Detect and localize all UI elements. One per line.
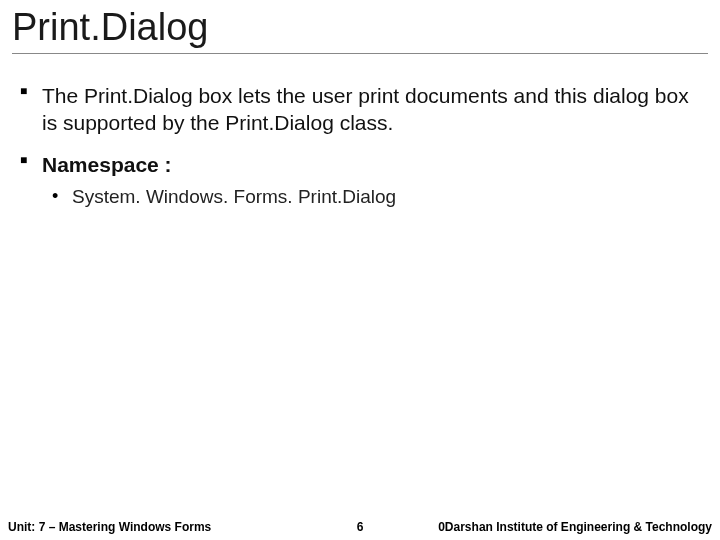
bullet-item: The Print.Dialog box lets the user print…	[18, 82, 702, 137]
slide: Print.Dialog The Print.Dialog box lets t…	[0, 0, 720, 540]
bullet-text: The Print.Dialog box lets the user print…	[42, 84, 689, 134]
footer: Unit: 7 – Mastering Windows Forms 6 0Dar…	[0, 512, 720, 534]
slide-body: The Print.Dialog box lets the user print…	[18, 82, 702, 224]
sub-bullet-text: System. Windows. Forms. Print.Dialog	[72, 186, 396, 207]
sub-bullet-list: System. Windows. Forms. Print.Dialog	[42, 184, 702, 210]
bullet-text: Namespace :	[42, 153, 172, 176]
slide-title: Print.Dialog	[12, 6, 708, 54]
bullet-item: Namespace : System. Windows. Forms. Prin…	[18, 151, 702, 210]
bullet-list: The Print.Dialog box lets the user print…	[18, 82, 702, 210]
sub-bullet-item: System. Windows. Forms. Print.Dialog	[42, 184, 702, 210]
footer-right: 0Darshan Institute of Engineering & Tech…	[438, 520, 712, 534]
